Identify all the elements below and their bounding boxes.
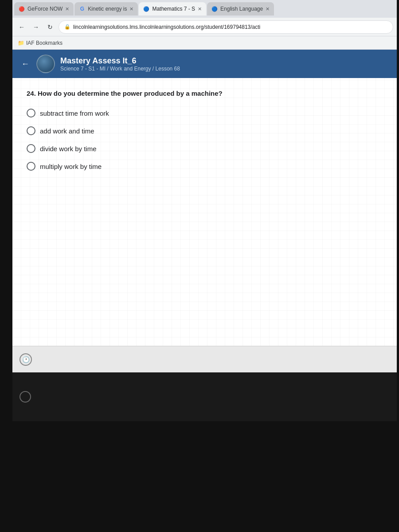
english-tab-label: English Language <box>220 6 263 12</box>
quiz-area: 24. How do you determine the power produ… <box>12 78 397 346</box>
lesson-title: Mastery Assess It_6 <box>60 56 180 66</box>
lesson-subtitle: Science 7 - S1 - MI / Work and Energy / … <box>60 66 180 72</box>
option-b-label: add work and time <box>40 127 94 135</box>
question-text: 24. How do you determine the power produ… <box>27 89 383 98</box>
radio-c[interactable] <box>27 144 35 153</box>
option-c-label: divide work by time <box>40 145 97 153</box>
page-content: ← Mastery Assess It_6 Science 7 - S1 - M… <box>12 50 397 372</box>
kinetic-tab-icon: G <box>79 6 85 12</box>
tab-bar: 🔴 GeForce NOW ✕ G Kinetic energy is ✕ 🔵 … <box>12 0 397 18</box>
option-d-label: multiply work by time <box>40 163 102 170</box>
option-a-label: subtract time from work <box>40 110 109 117</box>
tab-geforce[interactable]: 🔴 GeForce NOW ✕ <box>14 2 74 16</box>
lesson-header: ← Mastery Assess It_6 Science 7 - S1 - M… <box>12 50 397 78</box>
folder-icon: 📁 <box>18 40 24 46</box>
question-body: How do you determine the power produced … <box>38 90 223 97</box>
browser-bottom-bar: 🕐 <box>12 346 397 372</box>
bottom-nav <box>12 372 397 421</box>
lock-icon: 🔒 <box>64 24 70 30</box>
answer-option-d[interactable]: multiply work by time <box>27 162 383 171</box>
radio-a[interactable] <box>27 109 35 117</box>
answer-option-c[interactable]: divide work by time <box>27 144 383 153</box>
answer-option-a[interactable]: subtract time from work <box>27 109 383 117</box>
address-text: lincolnlearningsolutions.lms.lincolnlear… <box>73 24 260 30</box>
mathematics-tab-icon: 🔵 <box>143 6 149 12</box>
bookmarks-bar: 📁 IAF Bookmarks <box>12 36 397 50</box>
kinetic-tab-close[interactable]: ✕ <box>129 6 133 12</box>
reload-button[interactable]: ↻ <box>44 21 56 33</box>
lesson-avatar <box>36 55 55 73</box>
answer-options: subtract time from work add work and tim… <box>27 109 383 171</box>
clock-icon: 🕐 <box>20 353 32 366</box>
iaf-bookmarks-label: IAF Bookmarks <box>26 40 63 46</box>
mathematics-tab-label: Mathematics 7 - S <box>152 6 195 12</box>
iaf-bookmarks[interactable]: 📁 IAF Bookmarks <box>18 40 63 46</box>
lesson-back-arrow[interactable]: ← <box>20 58 31 70</box>
mathematics-tab-close[interactable]: ✕ <box>198 6 202 12</box>
answer-option-b[interactable]: add work and time <box>27 126 383 135</box>
radio-b[interactable] <box>27 126 35 135</box>
tab-mathematics[interactable]: 🔵 Mathematics 7 - S ✕ <box>139 2 206 16</box>
tab-kinetic[interactable]: G Kinetic energy is ✕ <box>74 2 138 16</box>
question-number: 24. <box>27 90 36 97</box>
address-bar-row: ← → ↻ 🔒 lincolnlearningsolutions.lms.lin… <box>12 18 397 36</box>
lesson-info: Mastery Assess It_6 Science 7 - S1 - MI … <box>60 56 180 72</box>
geforce-tab-label: GeForce NOW <box>27 6 63 12</box>
geforce-tab-icon: 🔴 <box>19 6 25 12</box>
radio-d[interactable] <box>27 162 35 171</box>
address-field[interactable]: 🔒 lincolnlearningsolutions.lms.lincolnle… <box>59 20 393 34</box>
geforce-tab-close[interactable]: ✕ <box>65 6 69 12</box>
back-button[interactable]: ← <box>16 21 27 33</box>
browser-window: 🔴 GeForce NOW ✕ G Kinetic energy is ✕ 🔵 … <box>12 0 397 372</box>
forward-button[interactable]: → <box>30 21 42 33</box>
tab-english[interactable]: 🔵 English Language ✕ <box>207 2 274 16</box>
kinetic-tab-label: Kinetic energy is <box>88 6 127 12</box>
nav-circle[interactable] <box>20 391 31 403</box>
english-tab-close[interactable]: ✕ <box>266 6 270 12</box>
english-tab-icon: 🔵 <box>211 6 218 12</box>
